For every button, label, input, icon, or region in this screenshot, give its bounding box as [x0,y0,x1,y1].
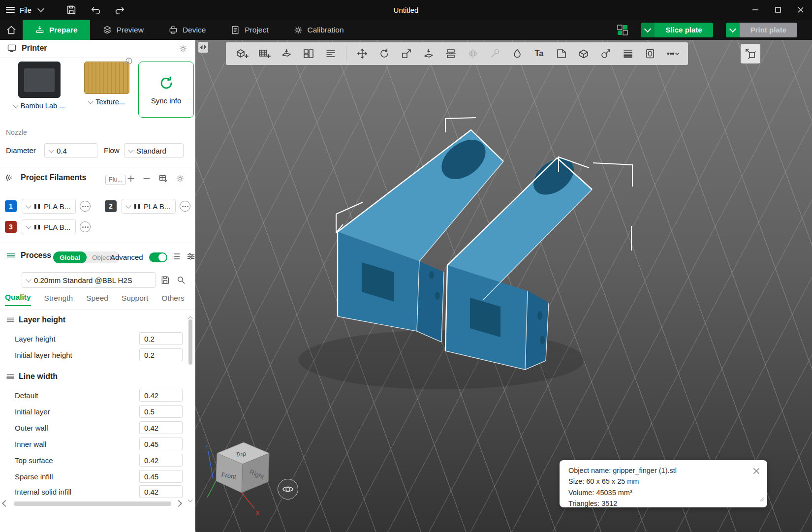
printer-select-chevron-icon[interactable] [13,102,18,108]
split-to-objects-button[interactable] [319,44,342,63]
mesh-boolean-button[interactable] [572,44,594,63]
param-input-internal-solid-infill[interactable]: 0.42 [139,485,183,498]
build-plate-card[interactable]: Texture... [79,62,135,106]
params-horizontal-scrollbar[interactable] [0,499,187,508]
redo-button[interactable] [109,0,130,20]
file-menu[interactable]: File [20,6,31,14]
flush-volumes-button[interactable]: Flu... [105,175,126,185]
param-input-outer-wall[interactable]: 0.42 [139,421,183,434]
exploded-view-button[interactable] [741,44,760,63]
move-tool-button[interactable] [351,44,373,63]
measure-button[interactable] [594,44,617,63]
filament-slot-1[interactable]: 1 [5,200,17,212]
tab-others[interactable]: Others [161,294,185,306]
scroll-right-icon[interactable] [175,500,182,507]
tab-speed[interactable]: Speed [86,294,108,306]
scrollbar-thumb[interactable] [188,319,192,365]
plates-indicator-icon[interactable] [617,25,628,35]
scrollbar-thumb[interactable] [14,501,171,506]
arrange-button[interactable] [297,44,319,63]
plate-select-chevron-icon[interactable] [88,98,94,104]
home-button[interactable] [0,20,23,40]
add-plate-button[interactable] [253,44,275,63]
navigation-cube[interactable]: Top Front Right z X [203,437,287,530]
compare-presets-button[interactable] [186,251,196,263]
brim-ears-button[interactable] [639,44,661,63]
line-width-group-header[interactable]: Line width [6,372,58,381]
scale-tool-button[interactable] [395,44,417,63]
view-control-button[interactable] [278,479,298,500]
sidebar-collapse-button[interactable] [198,42,208,53]
param-input-initial-layer[interactable]: 0.5 [139,405,183,418]
slice-options-chevron-icon[interactable] [641,23,655,37]
param-input-sparse-infill[interactable]: 0.45 [139,470,183,483]
add-filament-button[interactable] [126,174,136,185]
tab-project[interactable]: Project [218,20,281,40]
save-button[interactable] [61,0,82,20]
auto-orient-button[interactable] [275,44,297,63]
viewport-3d[interactable]: Ta Top Front Right z X [195,40,812,532]
close-button[interactable] [789,0,812,20]
fix-model-button[interactable] [484,44,506,63]
filament-slot-3[interactable]: 3 [5,221,17,233]
filament-3-select[interactable]: PLA B... [22,219,76,234]
add-object-button[interactable] [231,44,253,63]
scroll-left-icon[interactable] [2,500,9,507]
layer-height-group-header[interactable]: Layer height [6,315,65,324]
remove-filament-button[interactable] [142,174,152,185]
filament-1-select[interactable]: PLA B... [22,199,76,214]
save-preset-button[interactable] [160,275,170,286]
filament-2-more-button[interactable] [180,201,190,212]
place-on-face-button[interactable] [417,44,439,63]
hamburger-menu-icon[interactable] [6,7,15,13]
param-input-layer-height[interactable]: 0.2 [139,332,183,345]
sync-info-button[interactable]: Sync info [138,62,194,118]
printer-settings-button[interactable] [178,44,188,55]
minimize-button[interactable] [744,0,767,20]
slice-plate-button[interactable]: Slice plate [641,23,713,37]
filament-sync-table-button[interactable] [158,174,168,185]
tab-quality[interactable]: Quality [5,293,31,306]
process-preset-select[interactable]: 0.20mm Standard @BBL H2S [22,272,156,288]
scroll-down-icon[interactable] [188,498,193,502]
model-scene[interactable] [195,40,812,532]
params-vertical-scrollbar[interactable] [187,313,194,499]
modifier-button[interactable] [550,44,572,63]
flow-select[interactable]: Standard [124,143,184,158]
param-input-inner-wall[interactable]: 0.45 [139,438,183,450]
param-input-top-surface[interactable]: 0.42 [139,454,183,467]
filament-slot-2[interactable]: 2 [105,200,117,212]
tab-device[interactable]: Device [156,20,218,40]
text-tool-button[interactable]: Ta [528,44,550,63]
tab-support[interactable]: Support [122,294,148,306]
more-tools-button[interactable] [661,44,683,63]
filament-settings-button[interactable] [175,174,185,185]
search-preset-button[interactable] [176,275,186,286]
nozzle-diameter-select[interactable]: 0.4 [44,143,97,158]
info-icon[interactable] [125,58,132,64]
param-input-initial-layer-height[interactable]: 0.2 [139,348,183,361]
mirror-tool-button[interactable] [462,44,484,63]
tab-strength[interactable]: Strength [44,294,73,306]
filament-1-more-button[interactable] [80,201,91,212]
color-paint-button[interactable] [506,44,528,63]
maximize-button[interactable] [767,0,789,20]
tab-preview[interactable]: Preview [90,20,156,40]
filament-2-select[interactable]: PLA B... [122,199,176,214]
print-options-chevron-icon[interactable] [726,23,740,37]
parameter-list-button[interactable] [171,251,181,263]
rotate-tool-button[interactable] [373,44,395,63]
tab-calibration[interactable]: Calibration [281,20,356,40]
filament-3-more-button[interactable] [80,221,91,232]
variable-layer-height-button[interactable] [617,44,639,63]
file-menu-chevron-icon[interactable] [37,5,44,12]
info-panel-close-button[interactable] [751,466,761,476]
advanced-toggle[interactable] [149,252,167,262]
tab-prepare[interactable]: Prepare [23,20,90,40]
printer-model-card[interactable]: Bambu Lab ... [3,62,76,110]
undo-button[interactable] [86,0,106,20]
cut-tool-button[interactable] [439,44,462,63]
print-plate-button[interactable]: Print plate [726,23,797,37]
param-input-default[interactable]: 0.42 [139,389,183,402]
scope-global[interactable]: Global [53,251,87,263]
